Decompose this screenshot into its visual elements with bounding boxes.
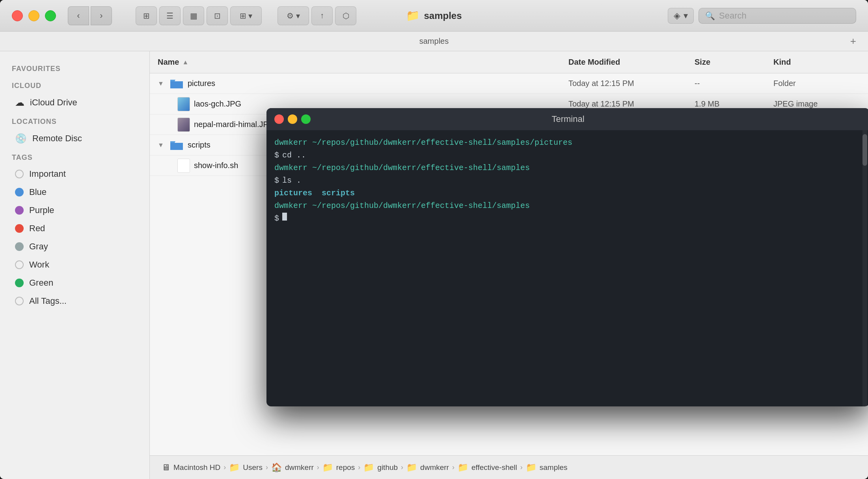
- dropbox-icon: ◈: [674, 11, 680, 21]
- path-separator: ›: [224, 463, 226, 472]
- search-bar[interactable]: 🔍: [698, 8, 856, 24]
- sidebar-item-tag-gray[interactable]: Gray: [3, 238, 146, 256]
- column-view-button[interactable]: ▦: [183, 6, 204, 25]
- terminal-line: $: [274, 212, 862, 225]
- path-separator: ›: [520, 463, 523, 472]
- file-size: --: [695, 79, 773, 88]
- tag-blue-dot: [15, 188, 24, 196]
- sidebar: Favourites iCloud ☁ iCloud Drive Locatio…: [0, 51, 150, 479]
- close-button[interactable]: [12, 10, 23, 21]
- terminal-line: $ cd ..: [274, 149, 862, 162]
- sidebar-item-remote-disc[interactable]: 💿 Remote Disc: [3, 129, 146, 148]
- terminal-maximize-button[interactable]: [301, 114, 311, 124]
- sidebar-item-tag-red[interactable]: Red: [3, 219, 146, 238]
- path-item-label: repos: [336, 463, 355, 472]
- window-title: 📁 samples: [406, 9, 462, 22]
- terminal-cursor: [282, 213, 287, 221]
- path-separator: ›: [266, 463, 268, 472]
- sidebar-section-favourites: Favourites: [0, 59, 149, 76]
- settings-button[interactable]: ⚙ ▾: [278, 6, 309, 25]
- sidebar-item-tag-purple[interactable]: Purple: [3, 201, 146, 219]
- column-size-header[interactable]: Size: [695, 58, 773, 67]
- tag-button[interactable]: ⬡: [335, 6, 356, 25]
- forward-button[interactable]: ›: [91, 6, 112, 25]
- column-kind-header[interactable]: Kind: [773, 58, 860, 67]
- terminal-scrollbar[interactable]: [862, 130, 867, 406]
- file-kind: JPEG image: [773, 99, 860, 109]
- column-modified-header[interactable]: Date Modified: [568, 58, 695, 67]
- terminal-close-button[interactable]: [274, 114, 284, 124]
- terminal-traffic-lights: [274, 114, 311, 124]
- tag-gray-dot: [15, 242, 24, 251]
- window-folder-icon: 📁: [406, 9, 420, 22]
- terminal-line: $ ls .: [274, 174, 862, 187]
- jpeg-icon: [177, 97, 190, 111]
- breadcrumb-bar: samples +: [0, 32, 868, 51]
- tag-red-dot: [15, 224, 24, 233]
- home-folder-icon: 🏠: [271, 462, 282, 473]
- tag-purple-dot: [15, 206, 24, 215]
- jpeg-icon: [177, 118, 190, 132]
- sidebar-item-tag-green[interactable]: Green: [3, 274, 146, 292]
- path-item-dwmkerr[interactable]: 📁 dwmkerr: [406, 462, 449, 473]
- maximize-button[interactable]: [45, 10, 56, 21]
- path-item-users[interactable]: 📁 Users: [229, 462, 263, 473]
- search-icon: 🔍: [705, 11, 715, 21]
- path-item-effective-shell[interactable]: 📁 effective-shell: [458, 462, 517, 473]
- tag-blue-label: Blue: [29, 187, 47, 197]
- column-name-header[interactable]: Name ▲: [158, 58, 568, 67]
- grid-view-button[interactable]: ⊞: [136, 6, 157, 25]
- sidebar-section-tags: Tags: [0, 148, 149, 165]
- path-item-label: dwmkerr: [420, 463, 449, 472]
- folder-icon: [170, 140, 184, 151]
- add-button[interactable]: +: [850, 32, 856, 51]
- tag-work-dot: [15, 260, 24, 269]
- terminal-minimize-button[interactable]: [288, 114, 297, 124]
- terminal-line: pictures scripts: [274, 187, 862, 200]
- breadcrumb-text: samples: [419, 37, 449, 46]
- expand-arrow-icon: ▼: [158, 142, 166, 149]
- tag-green-label: Green: [29, 278, 53, 288]
- search-input[interactable]: [719, 11, 849, 21]
- gallery-view-button[interactable]: ⊡: [207, 6, 228, 25]
- file-name: nepal-mardi-himal.JPG: [194, 120, 275, 129]
- remote-disc-label: Remote Disc: [32, 133, 82, 144]
- sidebar-item-tag-important[interactable]: Important: [3, 165, 146, 183]
- terminal-command: ls .: [282, 174, 301, 187]
- share-button[interactable]: ↑: [311, 6, 333, 25]
- github-folder-icon: 📁: [363, 462, 374, 473]
- path-item-dwmkerr-home[interactable]: 🏠 dwmkerr: [271, 462, 314, 473]
- arrange-button[interactable]: ⊞ ▾: [230, 6, 262, 25]
- path-item-macintosh-hd[interactable]: 🖥 Macintosh HD: [162, 462, 220, 473]
- file-list-header: Name ▲ Date Modified Size Kind: [150, 51, 868, 73]
- path-separator: ›: [317, 463, 319, 472]
- dwmkerr-folder-icon: 📁: [406, 462, 417, 473]
- expand-arrow-icon: ▼: [158, 80, 166, 87]
- terminal-scrollbar-thumb: [862, 134, 867, 166]
- tag-green-dot: [15, 279, 24, 287]
- list-view-button[interactable]: ☰: [159, 6, 181, 25]
- sidebar-item-tag-blue[interactable]: Blue: [3, 183, 146, 201]
- minimize-button[interactable]: [28, 10, 39, 21]
- view-buttons: ⊞ ☰ ▦ ⊡ ⊞ ▾: [136, 6, 262, 25]
- macintosh-hd-icon: 🖥: [162, 462, 170, 473]
- back-button[interactable]: ‹: [68, 6, 89, 25]
- sidebar-item-tag-all[interactable]: All Tags...: [3, 292, 146, 310]
- path-item-label: Macintosh HD: [173, 463, 220, 472]
- tag-important-label: Important: [29, 169, 66, 179]
- sidebar-item-tag-work[interactable]: Work: [3, 256, 146, 274]
- sidebar-item-icloud-drive[interactable]: ☁ iCloud Drive: [3, 93, 146, 112]
- terminal-line: dwmkerr ~/repos/github/dwmkerr/effective…: [274, 200, 862, 212]
- icloud-drive-label: iCloud Drive: [30, 97, 77, 108]
- dropbox-button[interactable]: ◈ ▾: [668, 8, 694, 24]
- terminal-prompt: dwmkerr ~/repos/github/dwmkerr/effective…: [274, 200, 530, 212]
- path-item-repos[interactable]: 📁 repos: [322, 462, 355, 473]
- icloud-icon: ☁: [15, 97, 24, 108]
- path-item-samples[interactable]: 📁 samples: [526, 462, 568, 473]
- tag-work-label: Work: [29, 260, 49, 270]
- tag-all-label: All Tags...: [29, 296, 67, 306]
- terminal-dollar: $: [274, 212, 279, 225]
- path-item-github[interactable]: 📁 github: [363, 462, 398, 473]
- table-row[interactable]: ▼ pictures Today at 12:15 PM -- Folder: [150, 73, 868, 94]
- terminal-body[interactable]: dwmkerr ~/repos/github/dwmkerr/effective…: [266, 130, 868, 406]
